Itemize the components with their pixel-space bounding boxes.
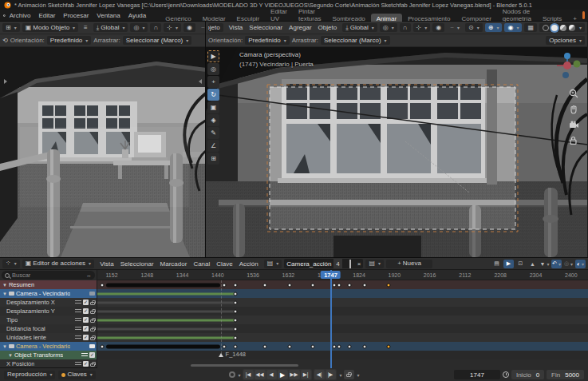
scale-tool[interactable]: ▣: [207, 101, 219, 113]
z-axis-handle[interactable]: [564, 53, 570, 59]
proportional-edit-left[interactable]: ◉: [184, 23, 195, 32]
shading-dropdown[interactable]: [578, 25, 582, 31]
modifier-icon[interactable]: [75, 317, 81, 323]
keyframe[interactable]: [363, 344, 367, 348]
next-keyframe-button[interactable]: ▶▶: [288, 370, 299, 379]
group-pin-icon[interactable]: [89, 292, 95, 296]
shading-wireframe-icon[interactable]: [543, 25, 549, 31]
falloff-left[interactable]: ~: [198, 23, 205, 32]
z-neg-handle[interactable]: [562, 72, 569, 78]
channel-search-box[interactable]: Buscar ↔: [2, 271, 95, 280]
orientation-dropdown-right[interactable]: Predefinido: [245, 36, 290, 45]
unlink-action-button[interactable]: ×: [355, 259, 364, 268]
step-forward-button[interactable]: |▶: [325, 370, 335, 379]
keyframe[interactable]: [233, 309, 237, 313]
keyframe[interactable]: [363, 283, 367, 287]
filter-expand-icon[interactable]: ↔: [86, 272, 93, 279]
window[interactable]: [278, 79, 489, 183]
viewport-menu-seleccionar[interactable]: Seleccionar: [246, 23, 286, 32]
lock-icon[interactable]: [90, 319, 95, 323]
falloff-right[interactable]: ~: [447, 23, 463, 32]
keying-lock-button[interactable]: [344, 370, 354, 379]
keyframe[interactable]: [337, 283, 341, 287]
move-tool[interactable]: +: [207, 76, 219, 88]
pivot-point-right[interactable]: ◎: [380, 23, 397, 32]
keyframe[interactable]: [233, 327, 237, 331]
keyframe[interactable]: [337, 344, 341, 348]
keyframe[interactable]: [233, 292, 237, 296]
channel-enable-checkbox[interactable]: ✓: [83, 308, 89, 314]
viewport-menu-agregar[interactable]: Agregar: [286, 23, 314, 32]
options-button[interactable]: Opciones: [546, 36, 585, 45]
overlay-sphere-icon[interactable]: ◐: [575, 260, 586, 268]
keyframe[interactable]: [223, 283, 227, 287]
keyframe[interactable]: [101, 283, 105, 287]
gizmos-dropdown[interactable]: ⊕: [485, 23, 503, 32]
mode-dropdown-right[interactable]: Modo Objeto: [208, 23, 223, 32]
auto-snap-icon[interactable]: ↶: [551, 260, 562, 268]
keyframe[interactable]: [101, 344, 105, 348]
keyframe[interactable]: [262, 283, 266, 287]
keyframe-row-2[interactable]: [97, 298, 588, 307]
annotate-tool[interactable]: ✎: [207, 127, 219, 139]
drag-dropdown-right[interactable]: Seleccionar (Marco): [321, 36, 390, 45]
lock-icon[interactable]: [90, 337, 95, 340]
pivot-point-left[interactable]: ◎: [130, 23, 148, 32]
dopesheet-menu-marcador[interactable]: Marcador: [157, 260, 191, 268]
playback-menu[interactable]: Reproducción: [4, 371, 55, 379]
channel-list-icon[interactable]: ▤: [491, 260, 502, 268]
duplicate-action-button[interactable]: [347, 259, 355, 268]
pan-hand-icon[interactable]: [569, 105, 578, 114]
menu-ayuda[interactable]: Ayuda: [124, 11, 151, 20]
expand-icon[interactable]: ▼: [2, 292, 7, 296]
channel-enable-checkbox[interactable]: ✓: [83, 326, 89, 331]
transform-orientation-left[interactable]: ⤓Global: [93, 23, 128, 32]
rotate-tool[interactable]: ↻: [207, 89, 219, 101]
keyframe[interactable]: [233, 344, 237, 348]
current-frame-field[interactable]: 1747: [454, 370, 500, 379]
lock-icon[interactable]: [90, 302, 95, 305]
channel-row-desplazamiento-x-2[interactable]: Desplazamiento X✓: [0, 298, 97, 307]
keyframe[interactable]: [347, 283, 351, 287]
camera-view[interactable]: ▶◎+↻▣◈✎∠⊞ Cámara (perspectiva) (1747) Ve…: [206, 47, 587, 257]
menu-procesar[interactable]: Procesar: [59, 11, 93, 20]
channel-row-tipo-4[interactable]: Tipo✓: [0, 316, 97, 324]
transform-tool[interactable]: ◈: [207, 114, 219, 126]
previous-keyframe-button[interactable]: ◀◀: [254, 370, 265, 379]
snap-toggle-left[interactable]: ∩: [150, 23, 161, 32]
lock-icon[interactable]: [90, 363, 95, 367]
frame-start-field[interactable]: Inicio0: [511, 370, 544, 379]
editor-mode-dropdown[interactable]: ▣Editor de acciones: [22, 260, 94, 268]
editor-type-button[interactable]: ⊞: [2, 23, 20, 32]
keyframe-row-5[interactable]: [97, 324, 588, 333]
channel-enable-checkbox[interactable]: ✓: [89, 352, 95, 358]
marker-triangle-icon[interactable]: [219, 353, 223, 357]
keyframe[interactable]: [223, 344, 227, 348]
keyframe-row-0[interactable]: [97, 280, 588, 289]
transform-orientation-right[interactable]: ⤓Global: [342, 23, 377, 32]
channel-row-camera-vecindario-1[interactable]: ▼Camera - Vecindario: [0, 289, 97, 298]
keyframe[interactable]: [233, 300, 237, 304]
proportional-edit-right[interactable]: ◉: [432, 23, 444, 32]
viewport-3d-left[interactable]: [0, 47, 205, 257]
play-reverse-button[interactable]: ◀: [266, 370, 276, 379]
channel-row-distancia-focal-5[interactable]: Distancia focal✓: [0, 324, 97, 333]
keyframe[interactable]: [332, 344, 336, 348]
select-cursor-icon[interactable]: ▶: [503, 260, 514, 268]
keyframe-row-6[interactable]: [97, 333, 588, 342]
snap-target-left[interactable]: ⊹: [164, 23, 181, 32]
orientation-dropdown-left[interactable]: Predefinido: [47, 36, 92, 45]
xray-toggle[interactable]: ▦: [524, 23, 537, 32]
cursor-tool[interactable]: ◎: [207, 63, 219, 75]
expand-icon[interactable]: ▼: [2, 283, 7, 288]
tweak-select-tool[interactable]: ▶: [207, 50, 219, 62]
keyframe-area[interactable]: 1152124813441440153616321728182419202016…: [97, 270, 588, 368]
keyframe-row-3[interactable]: [97, 307, 588, 316]
keyframe-row-8[interactable]: [97, 351, 588, 359]
channel-row-desplazamiento-y-3[interactable]: Desplazamiento Y✓: [0, 307, 97, 316]
new-action-button[interactable]: +Nueva: [386, 260, 432, 268]
camera-toggle-icon[interactable]: [569, 121, 579, 129]
menu-ventana[interactable]: Ventana: [93, 11, 124, 20]
record-options[interactable]: [236, 371, 240, 379]
action-users-count[interactable]: 4: [333, 259, 341, 268]
